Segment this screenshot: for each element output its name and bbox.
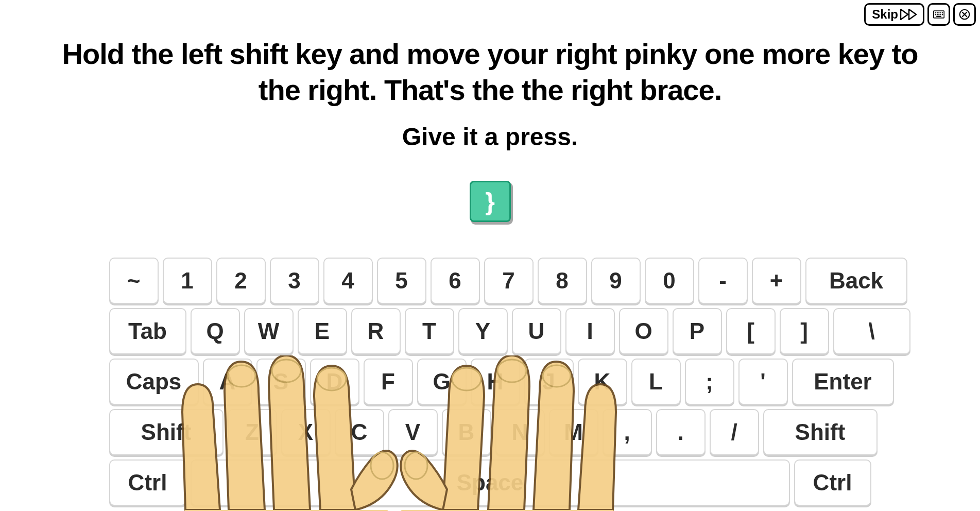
key-i[interactable]: I (565, 308, 615, 354)
key-backspace[interactable]: Back (805, 258, 907, 304)
key-enter[interactable]: Enter (792, 359, 894, 405)
key-minus[interactable]: - (698, 258, 748, 304)
key-m[interactable]: M (549, 409, 598, 455)
target-key: } (470, 181, 511, 222)
key-k[interactable]: K (578, 359, 627, 405)
key-5[interactable]: 5 (377, 258, 426, 304)
keyboard-row-3: Caps A S D F G H J K L ; ' Enter (109, 359, 871, 405)
key-apostrophe[interactable]: ' (738, 359, 788, 405)
keyboard-row-4: Shift Z X C V B N M , . / Shift (109, 409, 871, 455)
key-right-ctrl[interactable]: Ctrl (794, 459, 871, 506)
key-left-ctrl[interactable]: Ctrl (109, 459, 186, 506)
key-y[interactable]: Y (458, 308, 508, 354)
key-l[interactable]: L (631, 359, 681, 405)
keyboard-row-2: Tab Q W E R T Y U I O P [ ] \ (109, 308, 871, 354)
key-z[interactable]: Z (228, 409, 277, 455)
key-8[interactable]: 8 (538, 258, 587, 304)
key-left-shift[interactable]: Shift (109, 409, 223, 455)
key-plus[interactable]: + (752, 258, 801, 304)
svg-rect-9 (940, 14, 941, 15)
svg-rect-7 (937, 14, 938, 15)
key-u[interactable]: U (512, 308, 561, 354)
key-e[interactable]: E (298, 308, 347, 354)
key-6[interactable]: 6 (431, 258, 480, 304)
key-o[interactable]: O (619, 308, 668, 354)
key-space[interactable]: Space (191, 459, 790, 506)
key-w[interactable]: W (244, 308, 294, 354)
key-caps[interactable]: Caps (109, 359, 199, 405)
key-c[interactable]: C (335, 409, 384, 455)
instruction-line-1: Hold the left shift key and move your ri… (62, 36, 918, 108)
skip-button[interactable]: Skip (864, 3, 924, 26)
key-3[interactable]: 3 (270, 258, 319, 304)
key-v[interactable]: V (388, 409, 438, 455)
key-7[interactable]: 7 (484, 258, 534, 304)
svg-rect-1 (935, 12, 936, 13)
key-4[interactable]: 4 (323, 258, 373, 304)
keyboard-icon (933, 9, 944, 20)
keyboard: ~ 1 2 3 4 5 6 7 8 9 0 - + Back Tab Q W E… (109, 258, 871, 510)
key-r[interactable]: R (351, 308, 401, 354)
key-b[interactable]: B (442, 409, 491, 455)
key-x[interactable]: X (281, 409, 331, 455)
svg-rect-10 (942, 14, 943, 15)
keyboard-toggle-button[interactable] (927, 3, 950, 26)
svg-rect-2 (937, 12, 938, 13)
key-t[interactable]: T (405, 308, 454, 354)
key-a[interactable]: A (203, 359, 252, 405)
svg-rect-8 (938, 14, 939, 15)
key-h[interactable]: H (471, 359, 520, 405)
key-0[interactable]: 0 (645, 258, 694, 304)
top-toolbar: Skip (864, 3, 976, 26)
svg-rect-6 (935, 14, 936, 15)
instruction-line-2: Give it a press. (62, 123, 918, 151)
key-s[interactable]: S (256, 359, 306, 405)
key-p[interactable]: P (673, 308, 722, 354)
key-q[interactable]: Q (191, 308, 240, 354)
key-open-bracket[interactable]: [ (726, 308, 776, 354)
skip-label: Skip (872, 7, 898, 22)
key-tilde[interactable]: ~ (109, 258, 159, 304)
key-tab[interactable]: Tab (109, 308, 186, 354)
svg-rect-4 (940, 12, 941, 13)
key-9[interactable]: 9 (591, 258, 641, 304)
instruction-text: Hold the left shift key and move your ri… (0, 36, 980, 151)
key-right-shift[interactable]: Shift (763, 409, 878, 455)
svg-rect-3 (938, 12, 939, 13)
key-1[interactable]: 1 (163, 258, 212, 304)
svg-rect-5 (942, 12, 943, 13)
key-d[interactable]: D (310, 359, 359, 405)
key-g[interactable]: G (417, 359, 467, 405)
key-2[interactable]: 2 (216, 258, 266, 304)
key-semicolon[interactable]: ; (685, 359, 734, 405)
key-f[interactable]: F (364, 359, 413, 405)
close-button[interactable] (953, 3, 976, 26)
target-key-container: } (0, 181, 980, 222)
key-close-bracket[interactable]: ] (780, 308, 829, 354)
keyboard-row-5: Ctrl Space Ctrl (109, 459, 871, 506)
fast-forward-icon (900, 9, 918, 20)
key-comma[interactable]: , (603, 409, 652, 455)
key-period[interactable]: . (656, 409, 706, 455)
key-n[interactable]: N (495, 409, 545, 455)
svg-rect-11 (936, 16, 941, 17)
key-slash[interactable]: / (710, 409, 759, 455)
key-backslash[interactable]: \ (833, 308, 910, 354)
key-j[interactable]: J (524, 359, 574, 405)
close-icon (959, 8, 970, 21)
keyboard-row-1: ~ 1 2 3 4 5 6 7 8 9 0 - + Back (109, 258, 871, 304)
